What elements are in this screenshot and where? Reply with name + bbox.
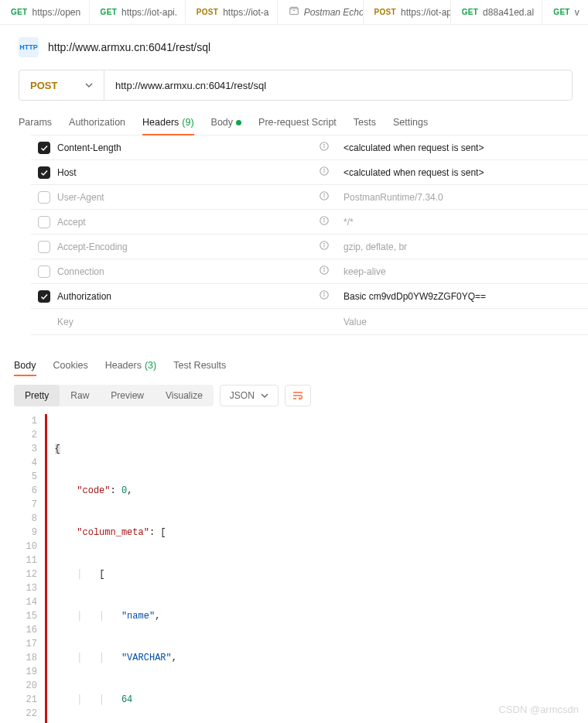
tab-3[interactable]: Postman Echo	[284, 0, 364, 25]
tab-label: Headers	[105, 360, 142, 371]
tab-title: Postman Echo	[304, 7, 364, 18]
header-checkbox[interactable]	[38, 166, 50, 179]
header-checkbox[interactable]	[38, 191, 50, 204]
tab-label: Test Results	[173, 360, 226, 371]
method-label: GET	[553, 8, 569, 16]
line-gutter: 12345678910111213141516171819202122	[14, 414, 45, 723]
tab-headers[interactable]: Headers (9)	[142, 110, 194, 135]
tab-label: Params	[19, 117, 52, 128]
info-icon[interactable]	[319, 215, 330, 228]
header-key[interactable]: User-Agent	[57, 192, 313, 203]
json-str: "name"	[121, 611, 155, 622]
tab-label: Settings	[393, 117, 428, 128]
response-body[interactable]: 12345678910111213141516171819202122 { "c…	[14, 414, 574, 723]
method-label: GET	[101, 8, 117, 16]
header-value[interactable]: keep-alive	[336, 266, 588, 277]
tab-label: Cookies	[53, 360, 88, 371]
view-raw-button[interactable]: Raw	[60, 385, 100, 406]
header-key[interactable]: Host	[57, 167, 313, 178]
header-key[interactable]: Accept	[57, 217, 313, 228]
method-select-label: POST	[30, 80, 57, 91]
resp-tab-headers[interactable]: Headers (3)	[105, 355, 157, 375]
header-checkbox[interactable]	[38, 290, 50, 303]
view-visualize-button[interactable]: Visualize	[155, 385, 214, 406]
header-checkbox[interactable]	[38, 241, 50, 253]
header-row: AuthorizationBasic cm9vdDp0YW9zZGF0YQ==	[31, 284, 588, 309]
header-key[interactable]: Authorization	[57, 291, 313, 302]
info-icon[interactable]	[319, 265, 330, 278]
tab-body[interactable]: Body	[211, 110, 242, 135]
svg-point-5	[324, 169, 325, 170]
tab-settings[interactable]: Settings	[393, 110, 428, 135]
header-input-row: KeyValue	[31, 309, 588, 335]
chevron-down-icon	[85, 81, 93, 89]
view-pretty-button[interactable]: Pretty	[14, 385, 60, 406]
tab-title: d88a41ed.al	[483, 7, 534, 18]
header-checkbox[interactable]	[38, 142, 50, 154]
tab-2[interactable]: POST https://iot-a	[192, 0, 278, 25]
info-icon[interactable]	[319, 240, 330, 253]
resp-tab-testresults[interactable]: Test Results	[173, 355, 226, 375]
tab-title: https://iot-api.	[121, 7, 177, 18]
header-value[interactable]: */*	[336, 217, 588, 228]
json-key: "code"	[77, 485, 110, 496]
header-value[interactable]: <calculated when request is sent>	[336, 167, 588, 178]
svg-point-11	[324, 218, 325, 219]
tab-tests[interactable]: Tests	[354, 110, 376, 135]
box-icon	[289, 5, 299, 19]
method-label: GET	[462, 8, 478, 16]
tab-count: (3)	[145, 360, 156, 371]
view-preview-button[interactable]: Preview	[100, 385, 155, 406]
header-value-input[interactable]: Value	[336, 317, 588, 327]
tab-1[interactable]: GET https://iot-api.	[96, 0, 186, 25]
header-value[interactable]: <calculated when request is sent>	[336, 142, 588, 153]
tab-6[interactable]: GET v	[549, 0, 582, 25]
format-label: JSON	[230, 390, 255, 401]
format-select[interactable]: JSON	[220, 385, 279, 406]
header-key[interactable]: Accept-Encoding	[57, 242, 313, 252]
svg-point-2	[324, 144, 325, 145]
info-icon[interactable]	[319, 290, 330, 303]
tab-params[interactable]: Params	[19, 110, 52, 135]
info-icon[interactable]	[319, 166, 330, 179]
btn-label: Pretty	[25, 390, 49, 401]
btn-label: Visualize	[166, 390, 203, 401]
tab-label: Pre-request Script	[258, 117, 337, 128]
header-value[interactable]: gzip, deflate, br	[336, 242, 588, 252]
btn-label: Preview	[111, 390, 144, 401]
method-select[interactable]: POST	[19, 70, 104, 101]
tab-authorization[interactable]: Authorization	[69, 110, 125, 135]
tab-label: Headers	[142, 117, 179, 128]
wrap-lines-button[interactable]	[285, 385, 311, 406]
header-value[interactable]: PostmanRuntime/7.34.0	[336, 192, 588, 203]
resp-tab-cookies[interactable]: Cookies	[53, 355, 88, 375]
tab-label: Authorization	[69, 117, 125, 128]
chevron-down-icon	[261, 392, 268, 399]
header-checkbox[interactable]	[38, 266, 50, 278]
tab-5[interactable]: GET d88a41ed.al	[457, 0, 543, 25]
header-row: Connectionkeep-alive	[31, 259, 588, 284]
json-key: "column_meta"	[77, 527, 149, 538]
header-checkbox[interactable]	[38, 216, 50, 228]
tab-strip: GET https://open GET https://iot-api. PO…	[0, 0, 588, 25]
json-str: "VARCHAR"	[121, 653, 172, 663]
header-key[interactable]: Connection	[57, 266, 313, 277]
tab-4[interactable]: POST https://iot-ap	[370, 0, 451, 25]
response-area: Body Cookies Headers (3) Test Results Pr…	[14, 355, 574, 723]
headers-table: Content-Length<calculated when request i…	[31, 135, 588, 335]
info-icon[interactable]	[319, 190, 330, 204]
header-value[interactable]: Basic cm9vdDp0YW9zZGF0YQ==	[336, 291, 588, 302]
tab-0[interactable]: GET https://open	[6, 0, 90, 25]
tab-title: v	[575, 7, 579, 18]
header-key[interactable]: Content-Length	[57, 142, 313, 153]
header-key-input[interactable]: Key	[57, 317, 330, 327]
tab-prerequest[interactable]: Pre-request Script	[258, 110, 337, 135]
resp-tab-body[interactable]: Body	[14, 355, 36, 375]
info-icon[interactable]	[319, 141, 330, 154]
tab-label: Tests	[354, 117, 376, 128]
svg-point-14	[324, 243, 325, 244]
url-input[interactable]	[104, 70, 573, 101]
header-row: Accept*/*	[31, 210, 588, 235]
header-row: User-AgentPostmanRuntime/7.34.0	[31, 185, 588, 210]
tab-count: (9)	[182, 117, 193, 128]
